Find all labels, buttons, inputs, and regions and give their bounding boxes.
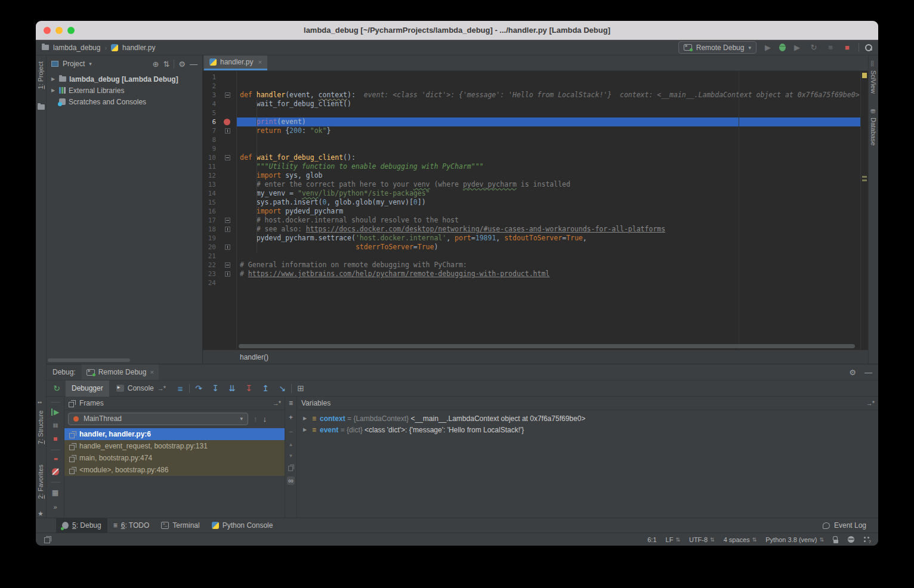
search-everywhere-icon[interactable] — [865, 44, 872, 51]
fold-end-icon[interactable] — [225, 271, 230, 277]
gutter-cell[interactable] — [216, 82, 236, 91]
line-number[interactable]: 3 — [203, 91, 216, 100]
minimize-window-button[interactable] — [55, 27, 63, 34]
stack-frame[interactable]: main, bootstrap.py:474 — [64, 452, 285, 464]
duplicate-watch-icon[interactable] — [288, 465, 294, 471]
stripe-mark[interactable] — [862, 180, 867, 181]
stop-button[interactable]: ■ — [842, 43, 853, 52]
gear-icon[interactable]: ⚙ — [849, 368, 856, 377]
gutter-cell[interactable] — [216, 225, 236, 234]
tool-window-button-pythonconsole[interactable]: Python Console — [206, 518, 279, 533]
line-number[interactable]: 10 — [203, 153, 216, 162]
line-number[interactable]: 13 — [203, 180, 216, 189]
fold-start-icon[interactable] — [225, 262, 230, 268]
code-line-18[interactable]: 18 # see also: https://docs.docker.com/d… — [203, 225, 868, 234]
line-number[interactable]: 9 — [203, 144, 216, 153]
code-line-12[interactable]: 12 import sys, glob — [203, 171, 868, 180]
project-horizontal-scrollbar[interactable] — [48, 358, 130, 362]
line-number[interactable]: 8 — [203, 135, 216, 144]
gutter-cell[interactable] — [216, 171, 236, 180]
rerun-icon[interactable]: ↻ — [49, 383, 64, 393]
code-line-11[interactable]: 11 """Utility function to enable debuggi… — [203, 162, 868, 171]
line-number[interactable]: 6 — [203, 117, 216, 126]
gutter-cell[interactable] — [216, 117, 236, 126]
project-tree-item[interactable]: ▶External Libraries — [47, 85, 202, 96]
line-number[interactable]: 22 — [203, 261, 216, 270]
line-number[interactable]: 17 — [203, 216, 216, 225]
tool-window-switcher-icon[interactable] — [44, 536, 51, 543]
step-into-my-code-icon[interactable]: ↧ — [241, 383, 257, 393]
code-line-5[interactable]: 5 — [203, 109, 868, 117]
fold-end-icon[interactable] — [225, 245, 230, 250]
tool-window-button-todo[interactable]: ≡6: TODO — [107, 518, 156, 533]
remove-watch-icon[interactable]: − — [289, 428, 293, 436]
line-number[interactable]: 4 — [203, 100, 216, 109]
run-with-configurations-button[interactable]: ≡ — [825, 43, 836, 52]
code-line-3[interactable]: 3def handler(event, context): event: <cl… — [203, 91, 868, 100]
move-watch-up-icon[interactable]: ▲ — [289, 442, 294, 447]
line-number[interactable]: 1 — [203, 73, 216, 82]
gutter-cell[interactable] — [216, 100, 236, 109]
code-line-16[interactable]: 16 import pydevd_pycharm — [203, 207, 868, 216]
pin-output-icon[interactable]: →* — [158, 385, 165, 392]
status-item-4spaces[interactable]: 4 spaces⇅ — [724, 536, 757, 543]
expand-arrow-icon[interactable]: ▶ — [303, 427, 308, 432]
view-breakpoints-icon[interactable]: ●● — [54, 456, 57, 462]
line-number[interactable]: 14 — [203, 189, 216, 198]
code-line-6[interactable]: 6 print(event) — [203, 117, 868, 126]
line-number[interactable]: 16 — [203, 207, 216, 216]
code-line-7[interactable]: 7 return {200: "ok"} — [203, 126, 868, 135]
status-item-python38venv[interactable]: Python 3.8 (venv)⇅ — [765, 536, 824, 543]
close-session-icon[interactable]: × — [150, 369, 153, 376]
code-line-1[interactable]: 1 — [203, 73, 868, 82]
line-number[interactable]: 21 — [203, 252, 216, 261]
step-over-icon[interactable]: ↷ — [191, 383, 206, 393]
line-number[interactable]: 24 — [203, 278, 216, 287]
gutter-cell[interactable] — [216, 91, 236, 100]
tab-debugger[interactable]: Debugger — [66, 380, 109, 397]
status-item-utf8[interactable]: UTF-8⇅ — [689, 536, 715, 543]
step-out-icon[interactable]: ↥ — [258, 383, 273, 393]
status-item-lf[interactable]: LF⇅ — [666, 536, 680, 543]
profiler-button[interactable]: ↻ — [808, 43, 819, 52]
tool-button-structure[interactable]: 7: Structure — [37, 410, 44, 444]
mute-breakpoints-icon[interactable] — [52, 468, 59, 475]
code-line-13[interactable]: 13 # enter the correct path here to your… — [203, 180, 868, 189]
gutter-cell[interactable] — [216, 252, 236, 261]
line-number[interactable]: 23 — [203, 270, 216, 278]
show-watches-icon[interactable]: ∞ — [287, 476, 295, 485]
add-watch-icon[interactable]: + — [289, 413, 293, 422]
pin-icon[interactable]: →* — [273, 400, 280, 407]
tool-button-database[interactable]: Database — [870, 117, 877, 146]
code-line-20[interactable]: 20 stderrToServer=True) — [203, 243, 868, 252]
project-tree-item[interactable]: ▶lambda_debug [Lambda Debug] — [47, 73, 202, 85]
project-tree-item[interactable]: Scratches and Consoles — [47, 96, 202, 107]
code-line-2[interactable]: 2 — [203, 82, 868, 91]
fold-start-icon[interactable] — [225, 92, 230, 98]
gutter-cell[interactable] — [216, 73, 236, 82]
stop-icon[interactable]: ■ — [53, 435, 57, 443]
chevron-down-icon[interactable]: ▾ — [89, 61, 92, 67]
code-line-15[interactable]: 15 sys.path.insert(0, glob.glob(my_venv)… — [203, 198, 868, 207]
line-number[interactable]: 19 — [203, 234, 216, 243]
tool-window-button-terminal[interactable]: Terminal — [155, 518, 205, 533]
run-to-cursor-icon[interactable]: ↘ — [274, 383, 290, 393]
stripe-mark[interactable] — [862, 176, 867, 178]
line-number[interactable]: 12 — [203, 171, 216, 180]
watches-menu-icon[interactable]: ≡ — [289, 399, 293, 407]
gutter-cell[interactable] — [216, 243, 236, 252]
gutter-cell[interactable] — [216, 162, 236, 171]
gutter-cell[interactable] — [216, 278, 236, 287]
breadcrumb-file[interactable]: handler.py — [122, 44, 155, 52]
debug-session-tab[interactable]: Remote Debug × — [82, 364, 159, 380]
code-line-23[interactable]: 23# https://www.jetbrains.com/help/pycha… — [203, 270, 868, 278]
error-stripe[interactable] — [860, 71, 868, 349]
force-step-into-icon[interactable]: ⇊ — [224, 383, 240, 393]
stack-frame[interactable]: <module>, bootstrap.py:486 — [64, 464, 285, 476]
code-line-22[interactable]: 22# General information on remote debugg… — [203, 261, 868, 270]
event-log-button[interactable]: Event Log — [823, 521, 866, 530]
code-line-9[interactable]: 9 — [203, 144, 868, 153]
locate-file-icon[interactable]: ⊕ — [153, 60, 159, 69]
gutter-cell[interactable] — [216, 144, 236, 153]
gear-icon[interactable]: ⚙ — [178, 60, 186, 69]
